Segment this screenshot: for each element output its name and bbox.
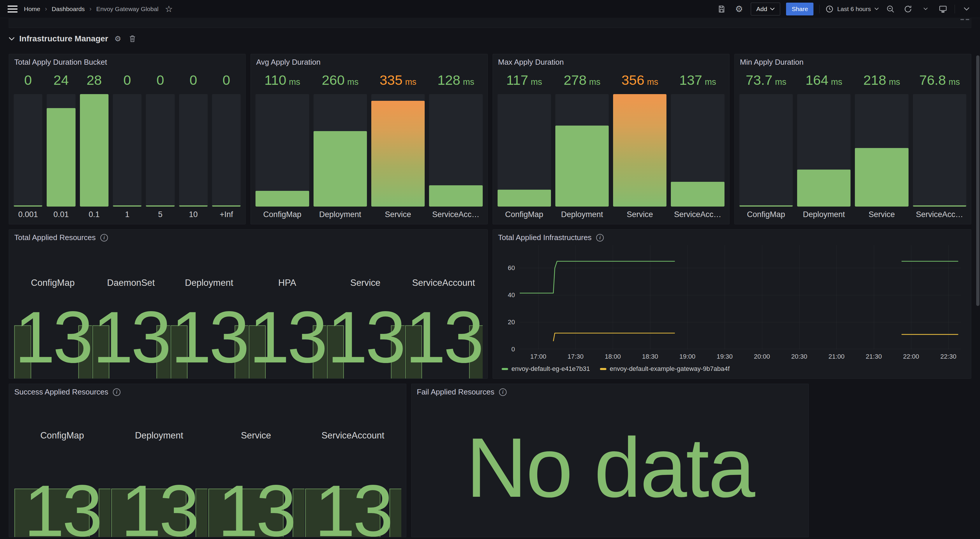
stat-value: 13 [14, 480, 111, 537]
page-scrollbar[interactable] [976, 55, 979, 306]
panel-title: Total Applied Infrastructures [498, 233, 592, 242]
bar-1: 01 [113, 69, 142, 222]
bar-value: 356 [622, 72, 644, 88]
share-button[interactable]: Share [786, 3, 813, 16]
bar-ServiceAcc…: 128msServiceAcc… [429, 69, 482, 222]
info-icon[interactable]: i [596, 234, 604, 241]
legend-item[interactable]: envoy-default-example-gateway-9b7aba4f [600, 365, 730, 373]
bar-value-unit: ms [705, 77, 716, 87]
bar-value-unit: ms [589, 77, 601, 87]
refresh-interval-chevron-icon[interactable] [920, 3, 931, 15]
panel-drag-handle[interactable] [961, 19, 969, 20]
bar-value: 137 [679, 72, 702, 88]
stat-DaemonSet: DaemonSet13 [92, 243, 170, 379]
menu-icon[interactable] [8, 6, 18, 13]
bar-label: Service [371, 206, 425, 222]
bar-Service: 218msService [855, 69, 908, 222]
bar-label: 1 [113, 206, 142, 222]
bar-label: Service [613, 206, 667, 222]
stat-label: Deployment [111, 430, 207, 441]
row-settings-gear-icon[interactable]: ⚙ [113, 34, 123, 44]
time-series-chart: 6040200 17:0017:3018:0018:3019:0019:3020… [493, 243, 971, 379]
bar-value: 73.7 [746, 72, 772, 88]
stat-ServiceAccount: ServiceAccount13 [304, 398, 401, 537]
breadcrumb-item[interactable]: Home [24, 6, 40, 13]
collapse-topbar-chevron-icon[interactable] [961, 3, 972, 15]
tv-mode-icon[interactable] [937, 3, 949, 15]
bar-fill [146, 205, 174, 206]
bar-fill [671, 182, 724, 206]
bar-label: ConfigMap [498, 206, 551, 222]
bar-value-unit: ms [347, 77, 359, 87]
stat-value: 13 [248, 306, 326, 369]
bar-label: 10 [179, 206, 208, 222]
row-title[interactable]: Infrastructure Manager [19, 34, 108, 43]
time-range-picker[interactable]: Last 6 hours [826, 5, 879, 13]
info-icon[interactable]: i [113, 388, 121, 396]
bar-label: ServiceAcc… [429, 206, 482, 222]
legend-color-pill [600, 368, 606, 370]
stat-ConfigMap: ConfigMap13 [14, 398, 111, 537]
favorite-star-icon[interactable]: ☆ [165, 5, 173, 13]
save-dashboard-icon[interactable] [716, 3, 727, 15]
bar-fill [113, 205, 142, 206]
bar-value: 260 [322, 72, 344, 88]
bar-label: ServiceAcc… [913, 206, 966, 222]
bar-ConfigMap: 73.7msConfigMap [740, 69, 793, 222]
breadcrumb-separator: › [45, 5, 47, 13]
panel-success-applied-resources: Success Applied Resources i ConfigMap13D… [9, 384, 406, 537]
bar-fill [313, 131, 367, 206]
bar-ServiceAcc…: 76.8msServiceAcc… [913, 69, 966, 222]
legend-item[interactable]: envoy-default-eg-e41e7b31 [502, 365, 590, 373]
legend-label: envoy-default-example-gateway-9b7aba4f [610, 365, 730, 373]
bar-10: 010 [179, 69, 208, 222]
stat-label: Service [326, 277, 404, 288]
panel-title: Max Apply Duration [498, 58, 564, 67]
bar-track [80, 94, 108, 206]
row-collapse-chevron-icon[interactable] [9, 37, 14, 41]
stat-value: 13 [170, 306, 248, 369]
x-axis-tick: 17:00 [530, 353, 546, 360]
x-axis-tick: 19:30 [717, 353, 733, 360]
stat-label: ServiceAccount [404, 277, 483, 288]
bar-fill [47, 108, 75, 206]
breadcrumb-item[interactable]: Dashboards [52, 6, 84, 13]
x-axis-tick: 21:00 [829, 353, 845, 360]
dashboard-settings-gear-icon[interactable]: ⚙ [733, 3, 745, 15]
bar-fill [256, 191, 309, 206]
x-axis-tick: 22:30 [940, 353, 956, 360]
bar-label: ConfigMap [740, 206, 793, 222]
x-axis-tick: 21:30 [865, 353, 882, 360]
stat-label: Deployment [170, 277, 248, 288]
bar-fill [797, 170, 851, 206]
refresh-icon[interactable] [902, 3, 914, 15]
panel-avg-apply-duration: Avg Apply Duration 110msConfigMap260msDe… [251, 54, 487, 224]
bar-fill [740, 205, 793, 206]
bar-label: Deployment [797, 206, 851, 222]
x-axis-tick: 20:30 [791, 353, 807, 360]
zoom-out-icon[interactable] [885, 3, 896, 15]
bar-track [613, 94, 667, 206]
info-icon[interactable]: i [499, 388, 507, 396]
bar-label: ConfigMap [256, 206, 309, 222]
row-delete-trash-icon[interactable] [127, 34, 137, 44]
bar-track [113, 94, 142, 206]
bar-track [313, 94, 367, 206]
stat-label: ConfigMap [14, 277, 92, 288]
bar-track [498, 94, 551, 206]
bar-value-unit: ms [831, 77, 842, 87]
bar-Deployment: 260msDeployment [313, 69, 367, 222]
breadcrumb: Home›Dashboards›Envoy Gateway Global [24, 5, 159, 13]
bar-value: 24 [53, 72, 68, 88]
bar-fill [555, 125, 609, 206]
bar-label: ServiceAcc… [671, 206, 724, 222]
panel-fail-applied-resources: Fail Applied Resources i No data [411, 384, 809, 537]
breadcrumb-item[interactable]: Envoy Gateway Global [96, 6, 159, 13]
bar-track [913, 94, 966, 206]
stat-label: Service [208, 430, 304, 441]
stat-ConfigMap: ConfigMap13 [14, 243, 92, 379]
bar-fill [371, 101, 425, 206]
panel-title: Total Apply Duration Bucket [14, 58, 107, 67]
add-button[interactable]: Add [751, 3, 780, 16]
info-icon[interactable]: i [100, 234, 108, 241]
